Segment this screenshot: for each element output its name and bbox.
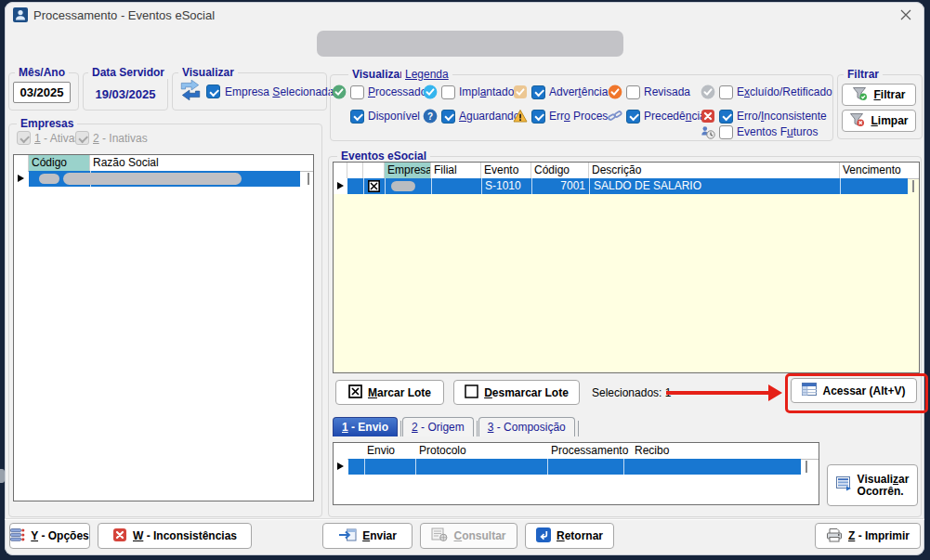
scrollbar-thumb[interactable] bbox=[308, 173, 309, 185]
redacted-razao-social bbox=[63, 173, 242, 185]
eventos-esocial-label: Eventos eSocial bbox=[337, 150, 430, 163]
checkbox[interactable] bbox=[350, 110, 364, 124]
cell-descricao: SALDO DE SALARIO bbox=[594, 178, 701, 194]
list-table-icon bbox=[836, 476, 852, 494]
header-cell-codigo[interactable]: Código bbox=[531, 163, 589, 178]
group-data-servidor: Data Servidor 19/03/2025 bbox=[83, 72, 168, 111]
checkbox[interactable] bbox=[626, 85, 640, 99]
eventos-grid-header: Empresa Filial Evento Código Descrição V… bbox=[334, 163, 919, 179]
eventos-grid[interactable]: Empresa Filial Evento Código Descrição V… bbox=[333, 162, 920, 373]
legenda-link[interactable]: Legenda bbox=[401, 68, 452, 81]
redacted-empresa bbox=[391, 181, 415, 191]
cell-evento: S-1010 bbox=[485, 178, 521, 194]
scrollbar-thumb[interactable] bbox=[912, 180, 914, 192]
consultar-button[interactable]: Consultar bbox=[420, 523, 517, 549]
empty-box-icon bbox=[465, 384, 478, 401]
svg-text:?: ? bbox=[427, 111, 433, 122]
header-cell-blank bbox=[334, 163, 347, 178]
visualizar-label: Visualizar bbox=[178, 66, 238, 79]
footer-divider bbox=[5, 518, 924, 520]
opcoes-button[interactable]: Y - Opções bbox=[9, 523, 90, 549]
annotation-arrow-line bbox=[666, 391, 770, 395]
checkbox[interactable] bbox=[719, 110, 733, 124]
empresa-selecionada-label: Empresa Selecionada bbox=[225, 85, 334, 98]
legend-item-excluido-retificado[interactable]: Excluído/Retificado bbox=[701, 85, 832, 99]
tab-composicao[interactable]: 3 - Composição bbox=[478, 417, 575, 436]
legend-item-erro-proces[interactable]: Erro Proces. bbox=[513, 109, 611, 124]
envio-row[interactable] bbox=[334, 459, 819, 475]
selecionados-count: Selecionados: 1 bbox=[592, 386, 671, 399]
tab-envio[interactable]: 1 - Envio bbox=[333, 417, 398, 436]
legend-item-precedencia[interactable]: Precedência bbox=[608, 109, 706, 124]
inativas-label: 2 - Inativas bbox=[93, 132, 148, 145]
cell-codigo: 7001 bbox=[531, 178, 585, 194]
eventos-row[interactable]: S-1010 7001 SALDO DE SALARIO bbox=[334, 178, 919, 194]
checkbox[interactable] bbox=[441, 110, 455, 124]
ativas-checkbox[interactable] bbox=[17, 131, 31, 145]
header-cell-vencimento[interactable]: Vencimento bbox=[840, 163, 919, 178]
header-cell-processamento[interactable]: Processamento bbox=[548, 443, 630, 459]
header-cell-filial[interactable]: Filial bbox=[431, 163, 481, 178]
checkbox[interactable] bbox=[531, 110, 545, 124]
desmarcar-lote-button[interactable]: Desmarcar Lote bbox=[453, 380, 580, 405]
header-cell-blank bbox=[347, 163, 363, 178]
funnel-check-icon bbox=[852, 86, 868, 104]
retornar-button[interactable]: Retornar bbox=[525, 523, 614, 549]
header-cell-empresa[interactable]: Empresa bbox=[385, 163, 431, 178]
header-cell-descricao[interactable]: Descrição bbox=[589, 163, 840, 178]
data-servidor-label: Data Servidor bbox=[88, 66, 168, 79]
redacted-header-field bbox=[317, 31, 623, 57]
header-cell-codigo[interactable]: Código bbox=[29, 155, 90, 171]
checkbox[interactable] bbox=[719, 125, 733, 139]
header-cell-envio[interactable]: Envio bbox=[364, 443, 415, 459]
envio-grid[interactable]: Envio Protocolo Processamento Recibo bbox=[333, 442, 819, 505]
checked-box-icon bbox=[348, 384, 362, 401]
acessar-button[interactable]: Acessar (Alt+V) bbox=[791, 378, 917, 403]
checkbox[interactable] bbox=[350, 85, 364, 99]
empresa-selecionada-checkbox[interactable] bbox=[206, 85, 220, 98]
warning-triangle-icon bbox=[513, 109, 528, 124]
checkbox[interactable] bbox=[719, 85, 733, 99]
empresas-row[interactable] bbox=[14, 171, 313, 187]
imprimir-button[interactable]: Z - Imprimir bbox=[815, 523, 921, 549]
table-icon bbox=[802, 383, 817, 398]
ativas-label: 1 - Ativas bbox=[34, 132, 80, 145]
checkbox[interactable] bbox=[531, 85, 545, 99]
legend-item-erro-inconsistente[interactable]: Erro/Inconsistente bbox=[701, 109, 827, 124]
empresas-grid[interactable]: Código Razão Social bbox=[13, 154, 314, 501]
filtrar-button[interactable]: Filtrar bbox=[842, 84, 916, 106]
header-cell-razao-social[interactable]: Razão Social bbox=[90, 155, 313, 171]
visualizar-ocorrencias-button[interactable]: Visualizar Ocorrên. bbox=[827, 464, 918, 506]
legend-item-implantado[interactable]: Implantado bbox=[423, 85, 514, 99]
header-cell-evento[interactable]: Evento bbox=[481, 163, 531, 178]
inconsistencias-button[interactable]: W - Inconsistências bbox=[98, 523, 252, 549]
scrollbar-thumb[interactable] bbox=[806, 461, 807, 473]
legend-item-processado[interactable]: Processado bbox=[332, 85, 426, 99]
tab-strip: 1 - Envio 2 - Origem 3 - Composição bbox=[333, 417, 580, 436]
filtrar-group-label: Filtrar bbox=[844, 68, 883, 81]
legend-item-aguardando[interactable]: ? Aguardando bbox=[423, 109, 519, 124]
ocorrencias-line1: Visualizar bbox=[858, 474, 910, 486]
header-cell-protocolo[interactable]: Protocolo bbox=[416, 443, 546, 459]
gray-circle-check-icon bbox=[701, 85, 715, 99]
row-checkbox-checked-icon[interactable] bbox=[368, 180, 380, 195]
checkbox[interactable] bbox=[441, 85, 455, 99]
orange-circle-check-icon bbox=[608, 85, 622, 99]
enviar-button[interactable]: Enviar bbox=[322, 523, 413, 549]
legend-item-revisada[interactable]: Revisada bbox=[608, 85, 690, 99]
tan-square-check-icon bbox=[513, 85, 528, 99]
limpar-button[interactable]: Limpar bbox=[842, 110, 916, 132]
legend-item-disponivel[interactable]: Disponível bbox=[332, 109, 420, 124]
inativas-checkbox[interactable] bbox=[75, 131, 89, 145]
close-icon[interactable] bbox=[899, 8, 912, 21]
checkbox[interactable] bbox=[626, 110, 640, 124]
tab-origem[interactable]: 2 - Origem bbox=[402, 417, 474, 436]
data-servidor-value: 19/03/2025 bbox=[84, 87, 167, 101]
legend-item-eventos-futuros[interactable]: Eventos Futuros bbox=[701, 124, 818, 139]
window-title: Processamento - Eventos eSocial bbox=[33, 8, 215, 22]
marcar-lote-button[interactable]: Marcar Lote bbox=[335, 380, 444, 405]
legend-item-advertencia[interactable]: Advertência bbox=[513, 85, 608, 99]
header-cell-recibo[interactable]: Recibo bbox=[632, 443, 688, 459]
red-square-x-icon bbox=[701, 109, 715, 124]
mes-ano-input[interactable] bbox=[13, 82, 71, 103]
